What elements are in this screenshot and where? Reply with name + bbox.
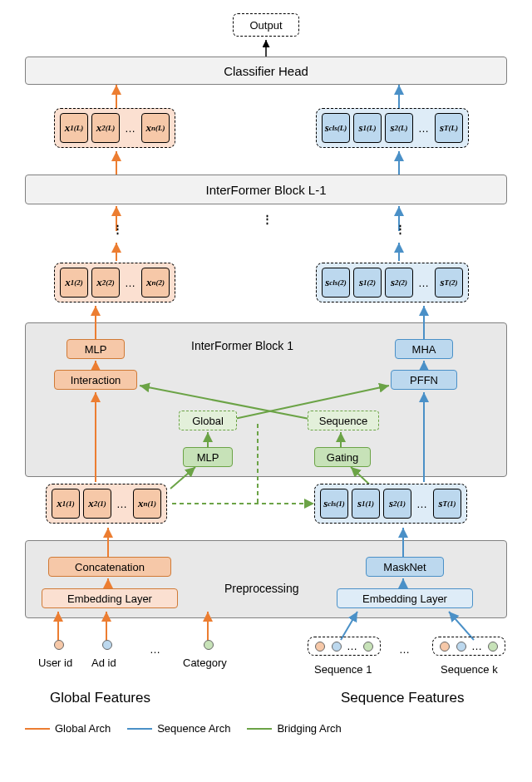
masknet-block: MaskNet xyxy=(366,557,444,577)
tok-s2-1: s2(1) xyxy=(383,489,411,519)
label-user-id: User id xyxy=(38,657,72,669)
mlp-global: MLP xyxy=(66,339,125,359)
bridge-global-label: Global xyxy=(192,415,224,427)
label-ad-id: Ad id xyxy=(91,657,116,669)
s-2-tokens: scls(2) s1(2) s2(2) … sT(2) xyxy=(316,263,469,302)
ellipsis: … xyxy=(123,122,138,135)
legend-seq: Sequence Arch xyxy=(127,722,230,735)
embedding-global: Embedding Layer xyxy=(42,588,178,608)
dot-cat xyxy=(202,640,215,652)
legend-global-label: Global Arch xyxy=(55,722,111,735)
embedding-seq-label: Embedding Layer xyxy=(362,593,447,605)
interformer-architecture-diagram: Output Classifier Head x1(L) x2(L) … xn(… xyxy=(8,8,524,756)
seq-box-1: … xyxy=(308,637,381,656)
ellipsis: … xyxy=(416,277,431,289)
tok-s2-L: s2(L) xyxy=(385,113,413,143)
tok-x1-2: x1(2) xyxy=(60,268,88,298)
tok-s1-2: s1(2) xyxy=(353,268,382,298)
v-ellipsis-right: ⋮ xyxy=(395,223,407,235)
v-ellipsis-left: ⋮ xyxy=(112,223,125,235)
bridge-sequence-label: Sequence xyxy=(319,415,368,427)
dot-ad xyxy=(101,640,114,652)
tok-scls-2: scls(2) xyxy=(322,268,350,298)
x-2-tokens: x1(2) x2(2) … xn(2) xyxy=(54,263,175,302)
mha-block: MHA xyxy=(395,339,453,359)
tok-scls-L: scls(L) xyxy=(322,113,350,143)
label-seq1: Sequence 1 xyxy=(314,663,372,676)
bridge-sequence: Sequence xyxy=(308,411,379,430)
output-label: Output xyxy=(249,19,282,32)
dot-user xyxy=(52,640,66,652)
footer-global: Global Features xyxy=(50,690,150,706)
seq-ellipsis: … xyxy=(399,643,411,656)
bridge-mlp-label: MLP xyxy=(197,451,219,464)
ellipsis: … xyxy=(416,122,431,135)
preproc-label: Preprocessing xyxy=(224,582,299,595)
tok-x2-L: x2(L) xyxy=(91,113,120,143)
seq-box-k: … xyxy=(432,637,505,656)
svg-line-31 xyxy=(449,612,474,640)
tok-scls-1: scls(1) xyxy=(320,489,348,519)
pffn-label: PFFN xyxy=(410,374,438,386)
bridge-global: Global xyxy=(179,411,237,430)
label-category: Category xyxy=(183,657,227,669)
bridge-gating: Gating xyxy=(314,447,371,467)
x-L-tokens: x1(L) x2(L) … xn(L) xyxy=(54,108,175,148)
v-ellipsis-mid: ⋮ xyxy=(262,213,274,225)
classifier-head: Classifier Head xyxy=(25,57,507,85)
tok-xn-L: xn(L) xyxy=(141,113,170,143)
svg-line-30 xyxy=(341,612,357,640)
x-1-tokens: x1(1) x2(1) … xn(1) xyxy=(46,484,167,524)
s-1-tokens: scls(1) s1(1) s2(1) … sT(1) xyxy=(314,484,467,524)
bridge-gating-label: Gating xyxy=(327,451,358,464)
mlp-global-label: MLP xyxy=(85,343,107,356)
tok-x2-1: x2(1) xyxy=(83,489,111,519)
tok-sT-1: sT(1) xyxy=(433,489,461,519)
ellipsis: … xyxy=(415,498,430,510)
legend-line-bridge xyxy=(247,728,272,730)
tok-x1-1: x1(1) xyxy=(52,489,80,519)
concat-block: Concatenation xyxy=(48,557,171,577)
interformer-block-lm1: InterFormer Block L-1 xyxy=(25,175,507,204)
interaction-block: Interaction xyxy=(54,370,137,390)
tok-xn-1: xn(1) xyxy=(133,489,161,519)
interformer-1-label: InterFormer Block 1 xyxy=(191,339,293,352)
tok-s2-2: s2(2) xyxy=(385,268,413,298)
label-seqk: Sequence k xyxy=(441,663,498,676)
legend-bridge: Bridging Arch xyxy=(247,722,341,735)
legend-global: Global Arch xyxy=(25,722,111,735)
legend: Global Arch Sequence Arch Bridging Arch xyxy=(25,722,342,735)
tok-sT-L: sT(L) xyxy=(435,113,463,143)
tok-sT-2: sT(2) xyxy=(435,268,463,298)
legend-line-seq xyxy=(127,728,152,730)
classifier-head-label: Classifier Head xyxy=(224,64,308,78)
ellipsis: … xyxy=(115,498,130,510)
masknet-label: MaskNet xyxy=(383,561,426,573)
embedding-seq: Embedding Layer xyxy=(337,588,473,608)
s-L-tokens: scls(L) s1(L) s2(L) … sT(L) xyxy=(316,108,469,148)
legend-line-global xyxy=(25,728,50,730)
ellipsis: … xyxy=(123,277,138,289)
dot-ellipsis: … xyxy=(150,643,162,656)
mha-label: MHA xyxy=(412,343,436,356)
bridge-mlp: MLP xyxy=(183,447,233,467)
tok-s1-L: s1(L) xyxy=(353,113,382,143)
concat-label: Concatenation xyxy=(75,561,145,573)
tok-s1-1: s1(1) xyxy=(352,489,380,519)
legend-bridge-label: Bridging Arch xyxy=(277,722,341,735)
tok-x2-2: x2(2) xyxy=(91,268,120,298)
tok-xn-2: xn(2) xyxy=(141,268,170,298)
pffn-block: PFFN xyxy=(391,370,457,390)
svg-line-17 xyxy=(170,467,195,489)
footer-seq: Sequence Features xyxy=(341,690,464,706)
output-box: Output xyxy=(233,13,299,37)
legend-seq-label: Sequence Arch xyxy=(157,722,230,735)
tok-x1-L: x1(L) xyxy=(60,113,88,143)
interformer-lm1-label: InterFormer Block L-1 xyxy=(205,183,326,197)
embedding-global-label: Embedding Layer xyxy=(67,593,152,605)
interaction-label: Interaction xyxy=(71,374,121,386)
